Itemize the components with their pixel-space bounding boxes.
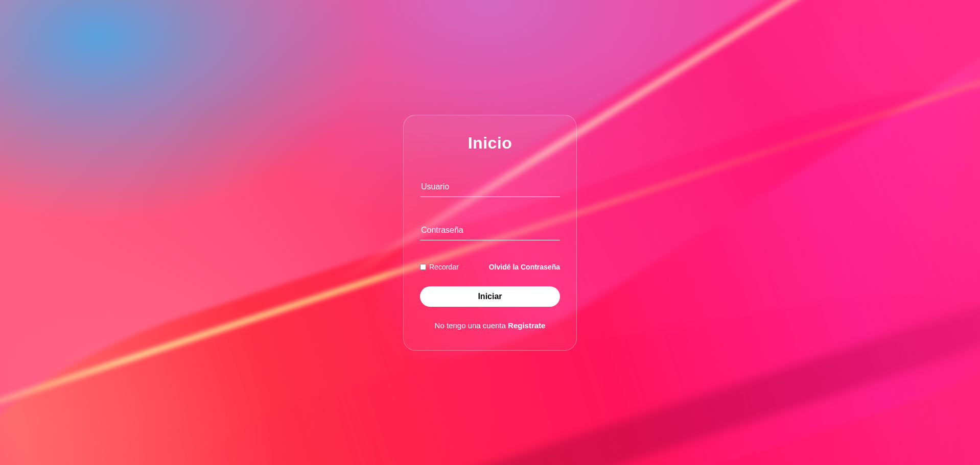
password-field: Contraseña [420,223,560,240]
remember-option[interactable]: Recordar [420,263,459,271]
username-input[interactable] [420,179,560,197]
remember-label: Recordar [429,263,459,271]
login-card: Inicio Usuario Contraseña Recordar Olvid… [403,115,577,351]
register-prefix: No tengo una cuenta [435,321,508,330]
options-row: Recordar Olvidé la Contraseña [420,263,560,271]
register-row: No tengo una cuenta Registrate [420,321,560,330]
submit-button[interactable]: Iniciar [420,286,560,307]
login-title: Inicio [420,134,560,153]
register-link[interactable]: Registrate [508,321,545,330]
forgot-password-link[interactable]: Olvidé la Contraseña [489,263,560,271]
password-input[interactable] [420,223,560,240]
username-field: Usuario [420,179,560,197]
remember-checkbox[interactable] [420,264,426,270]
